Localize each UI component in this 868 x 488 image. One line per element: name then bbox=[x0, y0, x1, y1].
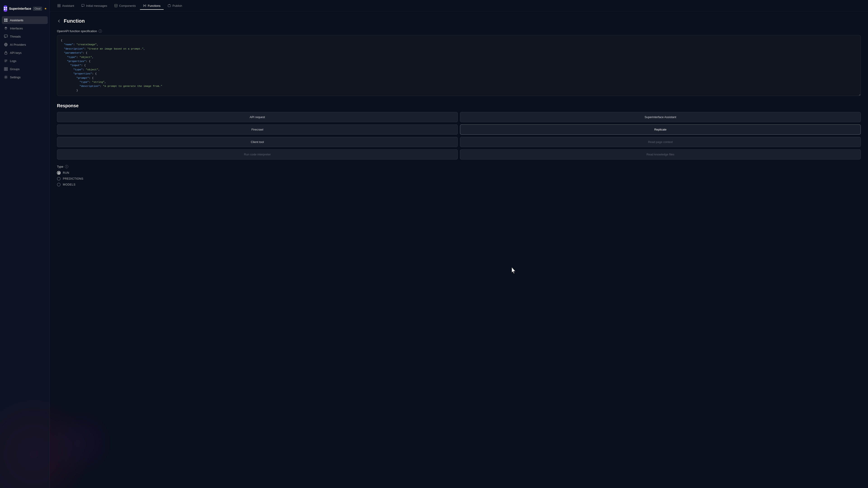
sidebar-label-groups: Groups bbox=[10, 67, 20, 71]
sidebar-item-api-keys[interactable]: API keys bbox=[2, 49, 48, 57]
groups-icon bbox=[4, 67, 8, 71]
svg-rect-0 bbox=[4, 7, 5, 8]
radio-circle-predictions bbox=[57, 177, 61, 180]
star-icon: ★ bbox=[44, 7, 47, 10]
tab-label-components: Components bbox=[119, 4, 136, 7]
top-navigation: Assistant Initial messages Components bbox=[50, 0, 868, 12]
svg-rect-4 bbox=[4, 19, 6, 20]
svg-rect-18 bbox=[4, 69, 6, 70]
svg-rect-3 bbox=[6, 9, 7, 10]
svg-rect-23 bbox=[58, 6, 59, 7]
tab-label-initial-messages: Initial messages bbox=[86, 4, 107, 7]
sidebar-label-ai-providers: AI Providers bbox=[10, 43, 26, 47]
svg-rect-8 bbox=[4, 35, 7, 37]
response-btn-read-knowledge-files: Read knowledge files bbox=[460, 149, 861, 160]
tab-label-assistant: Assistant bbox=[62, 4, 74, 7]
svg-rect-2 bbox=[4, 9, 5, 10]
tab-functions[interactable]: Functions bbox=[140, 2, 164, 10]
logo-text: Superinterface bbox=[9, 7, 31, 10]
sidebar-label-threads: Threads bbox=[10, 35, 21, 38]
type-info-icon[interactable]: i bbox=[65, 165, 68, 168]
grid-icon bbox=[4, 18, 8, 22]
svg-rect-1 bbox=[6, 7, 7, 8]
component-tab-icon bbox=[114, 4, 118, 7]
tab-assistant[interactable]: Assistant bbox=[54, 2, 77, 10]
response-btn-firecrawl[interactable]: Firecrawl bbox=[57, 124, 458, 135]
radio-item-run[interactable]: RUN bbox=[57, 171, 861, 175]
cloud-badge: Cloud bbox=[33, 7, 42, 11]
layers-icon bbox=[4, 26, 8, 30]
sidebar-label-assistants: Assistants bbox=[10, 19, 23, 22]
lock-icon bbox=[4, 51, 8, 55]
page-title: Function bbox=[64, 18, 85, 24]
sidebar-item-groups[interactable]: Groups bbox=[2, 65, 48, 73]
response-btn-client-tool[interactable]: Client tool bbox=[57, 137, 458, 147]
globe-icon bbox=[4, 43, 8, 47]
svg-rect-24 bbox=[59, 6, 60, 7]
sidebar: Superinterface Cloud ★ Assistants bbox=[0, 0, 50, 488]
svg-rect-31 bbox=[168, 5, 170, 7]
content-area: Function OpenAPI function specification … bbox=[50, 12, 868, 488]
response-btn-run-code-interpreter: Run code interpreter bbox=[57, 149, 458, 160]
chat-tab-icon bbox=[81, 4, 85, 7]
response-btn-read-page-context: Read page context bbox=[460, 137, 861, 147]
functions-tab-icon bbox=[143, 4, 146, 7]
sidebar-label-interfaces: Interfaces bbox=[10, 27, 23, 30]
spec-info-icon[interactable]: i bbox=[98, 29, 102, 33]
svg-rect-7 bbox=[6, 20, 7, 22]
logo: Superinterface Cloud ★ bbox=[0, 4, 50, 16]
radio-circle-run bbox=[57, 171, 61, 175]
back-button[interactable] bbox=[57, 19, 61, 23]
response-title: Response bbox=[57, 103, 861, 108]
svg-rect-6 bbox=[4, 20, 6, 22]
tab-label-publish: Publish bbox=[173, 4, 182, 7]
sidebar-item-logs[interactable]: Logs bbox=[2, 57, 48, 65]
radio-item-predictions[interactable]: PREDICTIONS bbox=[57, 177, 861, 180]
type-section: Type i RUN PREDICTIONS bbox=[57, 165, 861, 186]
gear-icon bbox=[4, 75, 8, 79]
tab-publish[interactable]: Publish bbox=[164, 2, 185, 10]
sidebar-item-threads[interactable]: Threads bbox=[2, 33, 48, 40]
response-btn-api-request[interactable]: API request bbox=[57, 112, 458, 122]
radio-label-predictions: PREDICTIONS bbox=[63, 177, 84, 180]
assistant-tab-icon bbox=[57, 4, 61, 7]
sidebar-item-assistants[interactable]: Assistants bbox=[2, 16, 48, 24]
svg-rect-19 bbox=[6, 69, 7, 70]
sidebar-item-ai-providers[interactable]: AI Providers bbox=[2, 41, 48, 49]
logo-icon bbox=[4, 5, 7, 12]
radio-item-models[interactable]: MODELS bbox=[57, 183, 861, 186]
response-btn-replicate[interactable]: Replicate bbox=[460, 124, 861, 135]
svg-rect-25 bbox=[82, 4, 84, 6]
tab-initial-messages[interactable]: Initial messages bbox=[78, 2, 110, 10]
sidebar-label-logs: Logs bbox=[10, 59, 16, 63]
svg-point-20 bbox=[5, 77, 6, 78]
message-icon bbox=[4, 35, 8, 38]
sidebar-label-api-keys: API keys bbox=[10, 51, 22, 55]
radio-label-models: MODELS bbox=[63, 183, 75, 186]
spec-label: OpenAPI function specification i bbox=[57, 29, 861, 33]
svg-rect-16 bbox=[4, 67, 6, 69]
sidebar-label-settings: Settings bbox=[10, 76, 21, 79]
tab-label-functions: Functions bbox=[148, 4, 160, 7]
openapi-spec-editor[interactable]: { "name": "createImage", "description": … bbox=[57, 35, 861, 96]
sidebar-item-settings[interactable]: Settings bbox=[2, 73, 48, 81]
main-area: Assistant Initial messages Components bbox=[50, 0, 868, 488]
logs-icon bbox=[4, 59, 8, 63]
tab-components[interactable]: Components bbox=[111, 2, 139, 10]
svg-rect-5 bbox=[6, 19, 7, 20]
sidebar-navigation: Assistants Interfaces Threads bbox=[0, 16, 50, 484]
type-label: Type i bbox=[57, 165, 861, 168]
sidebar-item-interfaces[interactable]: Interfaces bbox=[2, 24, 48, 32]
publish-tab-icon bbox=[168, 4, 171, 7]
type-radio-group: RUN PREDICTIONS MODELS bbox=[57, 171, 861, 186]
page-header: Function bbox=[57, 18, 861, 24]
svg-rect-12 bbox=[5, 53, 7, 54]
response-buttons-grid: API request Superinterface Assistant Fir… bbox=[57, 112, 861, 160]
radio-label-run: RUN bbox=[63, 171, 69, 174]
svg-rect-17 bbox=[6, 67, 7, 69]
radio-circle-models bbox=[57, 183, 61, 186]
response-btn-superinterface-assistant[interactable]: Superinterface Assistant bbox=[460, 112, 861, 122]
svg-rect-22 bbox=[59, 4, 60, 5]
svg-rect-21 bbox=[58, 4, 59, 5]
